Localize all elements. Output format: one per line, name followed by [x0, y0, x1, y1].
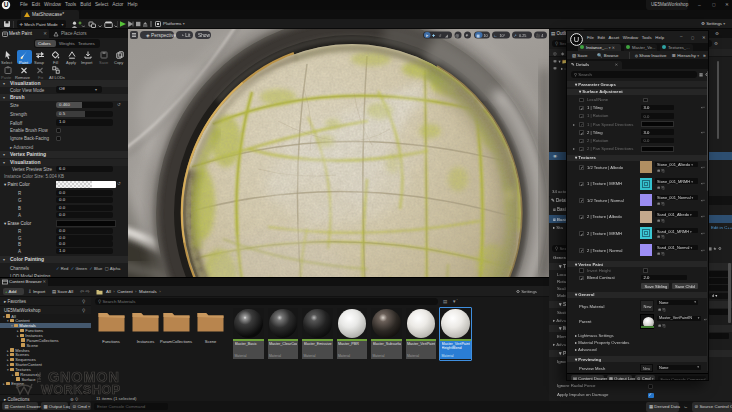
svg-text:✚: ✚	[432, 34, 435, 38]
svg-text:🎥 4: 🎥 4	[536, 33, 544, 38]
svg-text:↺: ↺	[439, 34, 442, 38]
svg-text:10°: 10°	[500, 34, 506, 38]
svg-text:◎: ◎	[456, 33, 460, 38]
svg-text:◈ Perspective: ◈ Perspective	[146, 33, 176, 38]
svg-text:↗: ↗	[514, 34, 517, 38]
svg-text:U: U	[574, 35, 579, 44]
svg-text:10: 10	[484, 34, 488, 38]
svg-text:➤: ➤	[426, 34, 429, 38]
svg-text:∟: ∟	[494, 34, 498, 38]
svg-text:Show: Show	[198, 33, 211, 38]
svg-text:U: U	[4, 1, 9, 8]
svg-text:◢: ◢	[445, 34, 448, 38]
svg-text:⚘: ⚘	[465, 33, 469, 38]
svg-text:◔ Lit: ◔ Lit	[181, 33, 191, 38]
svg-text:▦: ▦	[477, 34, 481, 38]
svg-text:0.25: 0.25	[519, 34, 526, 38]
